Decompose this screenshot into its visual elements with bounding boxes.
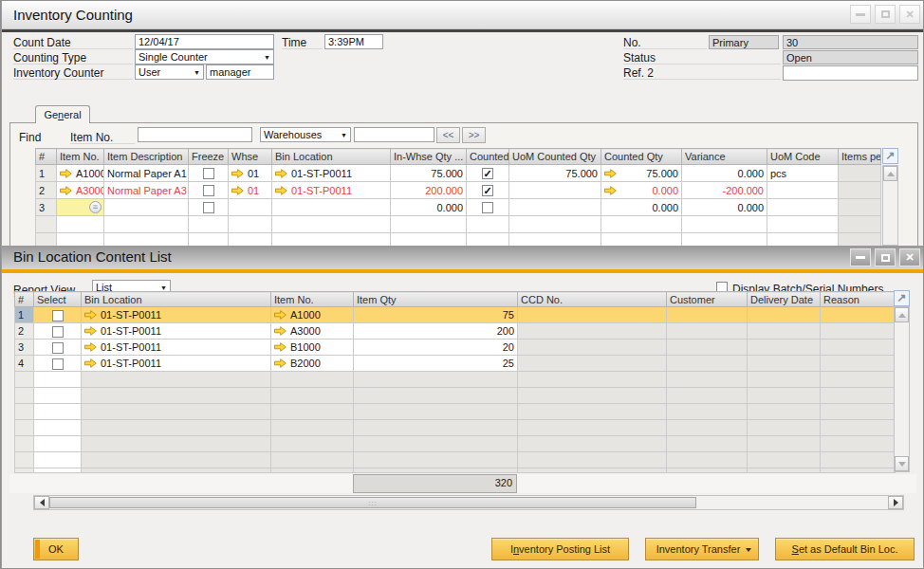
select-cell[interactable]	[34, 323, 82, 340]
doc-number-box[interactable]: 30	[783, 35, 918, 49]
counted-checkbox[interactable]: ✓	[482, 168, 493, 179]
empty-table-row[interactable]	[15, 404, 896, 420]
set-default-bin-button[interactable]: Set as Default Bin Loc.	[775, 538, 915, 560]
link-arrow-icon[interactable]	[84, 358, 97, 369]
row-number-cell[interactable]: 2	[15, 323, 34, 340]
table-row[interactable]: 3≡0.0000.0000.000	[36, 199, 881, 216]
column-header[interactable]: In-Whse Qty ...	[391, 149, 467, 165]
counted-cell[interactable]: ✓	[467, 182, 509, 199]
bin-location-cell[interactable]: 01-ST-P0011	[82, 356, 271, 372]
item-qty-cell[interactable]: 20	[354, 340, 518, 356]
in-whse-qty-cell[interactable]: 200.000	[391, 182, 467, 199]
row-number-cell[interactable]: 4	[15, 356, 34, 372]
scroll-up-button[interactable]	[883, 166, 897, 181]
series-box[interactable]: Primary	[709, 35, 779, 49]
close-button[interactable]: ✕	[899, 248, 920, 266]
empty-table-row[interactable]	[15, 388, 896, 404]
freeze-cell[interactable]	[189, 182, 229, 199]
expand-grid-icon[interactable]: ↗	[882, 148, 898, 164]
column-header[interactable]: Select	[34, 292, 82, 307]
counted-qty-cell[interactable]: 0.000	[601, 182, 682, 199]
counted-qty-cell[interactable]: 75.000	[601, 165, 682, 182]
column-header[interactable]: #	[15, 292, 34, 307]
time-input[interactable]	[324, 34, 383, 49]
item-no-cell[interactable]: A3000	[57, 182, 104, 199]
counted-checkbox[interactable]	[482, 202, 493, 213]
bin-location-cell[interactable]: 01-ST-P0011	[82, 323, 271, 340]
item-description-cell[interactable]	[104, 199, 189, 216]
column-header[interactable]: #	[36, 149, 57, 165]
row-number-cell[interactable]: 1	[36, 165, 57, 182]
variance-cell[interactable]: -200.000	[682, 182, 767, 199]
freeze-checkbox[interactable]	[203, 185, 214, 196]
select-checkbox[interactable]	[52, 310, 64, 321]
bin-location-cell[interactable]: 01-ST-P0011	[272, 182, 391, 199]
row-number-cell[interactable]: 1	[15, 307, 34, 323]
uom-code-cell[interactable]	[767, 199, 839, 216]
counted-cell[interactable]	[467, 199, 509, 216]
maximize-button[interactable]	[875, 5, 896, 24]
column-header[interactable]: Items pe...	[839, 149, 881, 165]
item-no-cell[interactable]: A1000	[271, 307, 354, 323]
freeze-cell[interactable]	[189, 199, 229, 216]
ref2-input[interactable]	[783, 65, 918, 81]
link-arrow-icon[interactable]	[84, 341, 97, 353]
table-row[interactable]: 2A3000Normal Paper A3 000101-ST-P0011200…	[36, 182, 881, 199]
item-no-cell[interactable]: B2000	[271, 356, 354, 372]
in-whse-qty-cell[interactable]: 0.000	[391, 199, 467, 216]
counted-cell[interactable]: ✓	[467, 165, 509, 182]
bin-location-cell[interactable]	[272, 199, 391, 216]
counted-checkbox[interactable]: ✓	[482, 185, 493, 196]
table-row[interactable]: 1A1000Normal Paper A1 000101-ST-P001175.…	[36, 165, 881, 182]
select-cell[interactable]	[34, 340, 82, 356]
link-arrow-icon[interactable]	[604, 185, 617, 196]
scroll-left-button[interactable]	[34, 496, 49, 509]
select-checkbox[interactable]	[52, 342, 64, 354]
whse-cell[interactable]: 01	[229, 165, 272, 182]
window-titlebar[interactable]: Inventory Counting ✕	[2, 1, 924, 29]
empty-table-row[interactable]	[15, 372, 896, 388]
column-header[interactable]: Counted Qty	[601, 149, 682, 165]
item-description-cell[interactable]: Normal Paper A3 00	[104, 182, 189, 199]
column-header[interactable]: Item No.	[57, 149, 104, 165]
counter-name-input[interactable]	[206, 64, 274, 80]
column-header[interactable]: Customer	[667, 292, 748, 307]
link-arrow-icon[interactable]	[84, 309, 97, 321]
minimize-button[interactable]	[850, 248, 871, 266]
column-header[interactable]: Freeze	[189, 149, 229, 165]
item-description-cell[interactable]: Normal Paper A1 00	[104, 165, 189, 182]
column-header[interactable]: Item Description	[104, 149, 189, 165]
variance-cell[interactable]: 0.000	[682, 199, 767, 216]
whse-cell[interactable]	[229, 199, 272, 216]
item-no-cell[interactable]: A3000	[271, 323, 354, 340]
uom-counted-qty-cell[interactable]: 75.000	[509, 165, 601, 182]
table-header-row[interactable]: #Item No.Item DescriptionFreezeWhseBin L…	[36, 149, 881, 165]
item-qty-cell[interactable]: 75	[354, 307, 518, 323]
minimize-button[interactable]	[850, 5, 871, 24]
horizontal-scrollbar[interactable]: :::	[33, 495, 904, 510]
window-titlebar[interactable]: Bin Location Content List ✕	[2, 246, 924, 269]
table-row[interactable]: 401-ST-P0011B200025	[15, 356, 896, 372]
scroll-right-button[interactable]	[888, 496, 903, 509]
select-cell[interactable]	[34, 356, 82, 372]
variance-cell[interactable]: 0.000	[682, 165, 767, 182]
item-qty-cell[interactable]: 25	[354, 356, 518, 372]
table-header-row[interactable]: #SelectBin LocationItem No.Item QtyCCD N…	[15, 292, 896, 307]
item-no-cell[interactable]: A1000	[57, 165, 104, 182]
table-row[interactable]: 201-ST-P0011A3000200	[15, 323, 896, 340]
item-no-cell[interactable]: ≡	[57, 199, 104, 216]
link-arrow-icon[interactable]	[60, 168, 72, 179]
column-header[interactable]: Variance	[682, 149, 767, 165]
counted-qty-cell[interactable]: 0.000	[601, 199, 682, 216]
column-header[interactable]: Whse	[229, 149, 272, 165]
item-qty-cell[interactable]: 200	[354, 323, 518, 340]
scroll-down-button[interactable]	[895, 456, 909, 471]
item-no-cell[interactable]: B1000	[271, 340, 354, 356]
freeze-checkbox[interactable]	[203, 202, 214, 213]
warehouses-select[interactable]: Warehouses ▼	[260, 127, 351, 142]
scroll-up-button[interactable]	[895, 307, 909, 322]
find-warehouse-input[interactable]	[354, 127, 434, 142]
row-number-cell[interactable]: 2	[36, 182, 57, 199]
link-arrow-icon[interactable]	[231, 168, 244, 179]
select-cell[interactable]	[34, 307, 82, 323]
